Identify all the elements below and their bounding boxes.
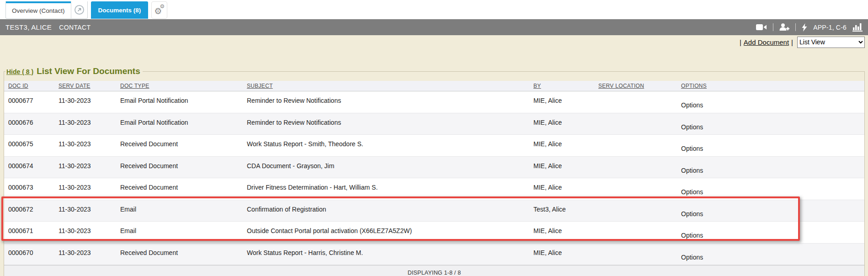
cell-options: Options	[681, 157, 864, 178]
cell-doc-id: 0000673	[8, 178, 59, 200]
cell-by: Test3, Alice	[533, 200, 598, 222]
panel-legend: Hide ( 8 ) List View For Documents	[5, 66, 143, 76]
column-header-serv-location[interactable]: SERV LOCATION	[598, 81, 681, 91]
cell-by: MIE, Alice	[533, 222, 598, 243]
column-header-serv-date[interactable]: SERV DATE	[59, 81, 120, 91]
cell-by: MIE, Alice	[533, 91, 598, 113]
cell-subject: Reminder to Review Notifications	[247, 113, 533, 135]
cell-options: Options	[681, 200, 864, 222]
open-in-new-window-button[interactable]	[71, 1, 87, 18]
column-sort-link[interactable]: SERV LOCATION	[598, 83, 644, 89]
cell-options: Options	[681, 244, 864, 265]
column-header-doc-id[interactable]: DOC ID	[8, 81, 59, 91]
cell-doc-id: 0000676	[8, 113, 59, 135]
tab-overview-label[interactable]: Overview (Contact)	[6, 1, 71, 18]
displaying-count: DISPLAYING 1-8 / 8	[408, 270, 461, 276]
cell-subject: Reminder to Review Notifications	[247, 91, 533, 113]
options-button[interactable]: Options	[681, 188, 703, 196]
options-button[interactable]: Options	[681, 101, 703, 109]
tab-documents[interactable]: Documents (8)	[91, 1, 149, 19]
options-button[interactable]: Options	[681, 232, 703, 239]
video-camera-icon[interactable]	[756, 24, 767, 31]
divider	[773, 23, 773, 31]
bar-chart-icon[interactable]	[852, 23, 863, 32]
context-name: TEST3, ALICE	[5, 23, 52, 31]
cell-subject: CDA Document - Grayson, Jim	[247, 157, 533, 178]
column-header-options[interactable]: OPTIONS	[681, 81, 864, 91]
cell-doc-type: Received Document	[120, 135, 247, 156]
cell-doc-type: Email Portal Notification	[120, 91, 247, 113]
options-button[interactable]: Options	[681, 123, 703, 131]
cell-doc-id: 0000672	[8, 200, 59, 222]
tab-settings-button[interactable]: ⚙ ⚙	[151, 1, 167, 19]
table-row-0000673: 000067311-30-2023Received DocumentDriver…	[4, 178, 864, 200]
table-header-row: DOC IDSERV DATEDOC TYPESUBJECTBYSERV LOC…	[4, 81, 864, 91]
cell-doc-id: 0000670	[8, 244, 59, 265]
separator: |	[791, 38, 793, 46]
cell-serv-date: 11-30-2023	[59, 113, 120, 135]
column-header-doc-type[interactable]: DOC TYPE	[120, 81, 247, 91]
table-row-0000671: 000067111-30-2023EmailOutside Contact Po…	[4, 222, 864, 244]
cell-options: Options	[681, 113, 864, 135]
cell-serv-date: 11-30-2023	[59, 244, 120, 265]
documents-panel: Hide ( 8 ) List View For Documents DOC I…	[4, 66, 865, 276]
app-reference-text: APP-1, C-6	[813, 24, 847, 31]
table-row-0000677: 000067711-30-2023Email Portal Notificati…	[4, 91, 864, 113]
lightning-bolt-icon[interactable]	[802, 23, 807, 32]
column-sort-link[interactable]: DOC ID	[8, 83, 28, 89]
cell-doc-type: Email	[120, 200, 247, 222]
view-mode-select[interactable]: List View	[797, 37, 865, 48]
cell-doc-type: Email	[120, 222, 247, 243]
cell-serv-date: 11-30-2023	[59, 135, 120, 156]
cell-serv-location	[598, 113, 681, 135]
cell-subject: Confirmation of Registration	[247, 200, 533, 222]
context-entity-type: CONTACT	[59, 24, 91, 31]
column-sort-link[interactable]: SERV DATE	[59, 83, 91, 89]
options-button[interactable]: Options	[681, 210, 703, 218]
column-sort-link[interactable]: OPTIONS	[681, 83, 707, 89]
options-button[interactable]: Options	[681, 254, 703, 261]
table-row-0000670: 000067011-30-2023Received DocumentWork S…	[4, 244, 864, 265]
cell-doc-type: Email Portal Notification	[120, 113, 247, 135]
external-link-icon	[75, 5, 84, 15]
cell-doc-id: 0000671	[8, 222, 59, 243]
cell-subject: Driver Fitness Determination - Hart, Wil…	[247, 178, 533, 200]
cell-doc-type: Received Document	[120, 178, 247, 200]
cell-subject: Work Status Report - Smith, Theodore S.	[247, 135, 533, 156]
column-header-by[interactable]: BY	[533, 81, 598, 91]
cell-serv-location	[598, 135, 681, 156]
document-actions: | Add Document | List View	[737, 36, 865, 48]
column-sort-link[interactable]: DOC TYPE	[120, 83, 149, 89]
table-body: 000067711-30-2023Email Portal Notificati…	[4, 91, 864, 265]
table-row-0000675: 000067511-30-2023Received DocumentWork S…	[4, 135, 864, 157]
column-sort-link[interactable]: BY	[533, 83, 541, 89]
divider	[795, 23, 796, 31]
cell-serv-date: 11-30-2023	[59, 222, 120, 243]
cell-doc-id: 0000674	[8, 157, 59, 178]
options-button[interactable]: Options	[681, 167, 703, 174]
add-document-link[interactable]: Add Document	[744, 38, 789, 46]
cell-serv-date: 11-30-2023	[59, 178, 120, 200]
cell-serv-date: 11-30-2023	[59, 200, 120, 222]
person-add-icon[interactable]	[779, 23, 789, 31]
column-header-subject[interactable]: SUBJECT	[247, 81, 533, 91]
hide-panel-link[interactable]: Hide ( 8 )	[6, 68, 33, 75]
cell-by: MIE, Alice	[533, 178, 598, 200]
cell-doc-type: Received Document	[120, 157, 247, 178]
separator: |	[740, 38, 741, 46]
cell-subject: Work Status Report - Harris, Christine M…	[247, 244, 533, 265]
tab-strip: Overview (Contact) Documents (8) ⚙ ⚙	[0, 0, 868, 19]
cell-by: MIE, Alice	[533, 244, 598, 265]
options-button[interactable]: Options	[681, 145, 703, 152]
column-sort-link[interactable]: SUBJECT	[247, 83, 273, 89]
cell-options: Options	[681, 222, 864, 243]
context-bar: TEST3, ALICE CONTACT APP-1, C-6	[0, 19, 868, 35]
cell-doc-type: Received Document	[120, 244, 247, 265]
cell-serv-location	[598, 91, 681, 113]
documents-table: DOC IDSERV DATEDOC TYPESUBJECTBYSERV LOC…	[4, 81, 864, 276]
gear-small-icon: ⚙	[160, 4, 165, 9]
cell-options: Options	[681, 135, 864, 156]
tab-overview-contact[interactable]: Overview (Contact)	[5, 1, 88, 19]
cell-serv-location	[598, 200, 681, 222]
cell-serv-location	[598, 178, 681, 200]
